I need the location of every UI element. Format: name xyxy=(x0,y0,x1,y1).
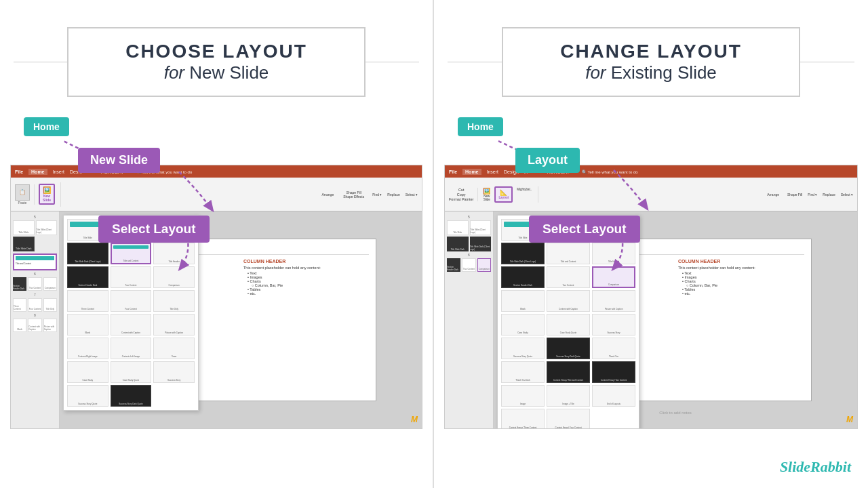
right-title-row: CHANGE LAYOUT for Existing Slide xyxy=(434,0,868,110)
left-select-layout-callout: Select Layout xyxy=(98,216,210,243)
left-panel: CHOOSE LAYOUT for New Slide Home New Sli… xyxy=(0,0,434,488)
main-container: CHOOSE LAYOUT for New Slide Home New Sli… xyxy=(0,0,868,488)
right-ppt-area: Home Layout Select Layout xyxy=(444,117,858,443)
right-sub-title: for Existing Slide xyxy=(517,62,785,83)
right-layout-panel[interactable]: Title Slide Title Slide (Client Logo) Ti… xyxy=(497,215,639,429)
right-title-box: CHANGE LAYOUT for Existing Slide xyxy=(502,27,800,97)
right-home-callout: Home xyxy=(458,117,503,136)
branding-logo: SlideRabbit xyxy=(780,458,851,476)
left-ppt-area: Home New Slide Select Layout xyxy=(10,117,422,443)
right-main-title: CHANGE LAYOUT xyxy=(517,41,785,62)
left-title-row: CHOOSE LAYOUT for New Slide xyxy=(0,0,433,110)
left-title-box: CHOOSE LAYOUT for New Slide xyxy=(67,27,366,97)
left-ppt-mockup: File Home Insert Des... ACROBAT 🔍 Tell m… xyxy=(10,165,422,429)
left-layout-panel[interactable]: Title Slide Title Slide (Client Logo) Ti… xyxy=(63,215,199,411)
left-home-callout: Home xyxy=(24,117,69,136)
left-sub-title: for New Slide xyxy=(82,62,351,83)
left-main-title: CHOOSE LAYOUT xyxy=(82,41,351,62)
right-layout-callout: Layout xyxy=(515,148,580,173)
left-new-slide-callout: New Slide xyxy=(78,148,160,173)
right-panel: CHANGE LAYOUT for Existing Slide Home La… xyxy=(434,0,868,488)
right-ppt-mockup: File Home Insert Design ... ACROBAT 🔍 Te… xyxy=(444,165,858,429)
right-select-layout-callout: Select Layout xyxy=(529,216,640,243)
